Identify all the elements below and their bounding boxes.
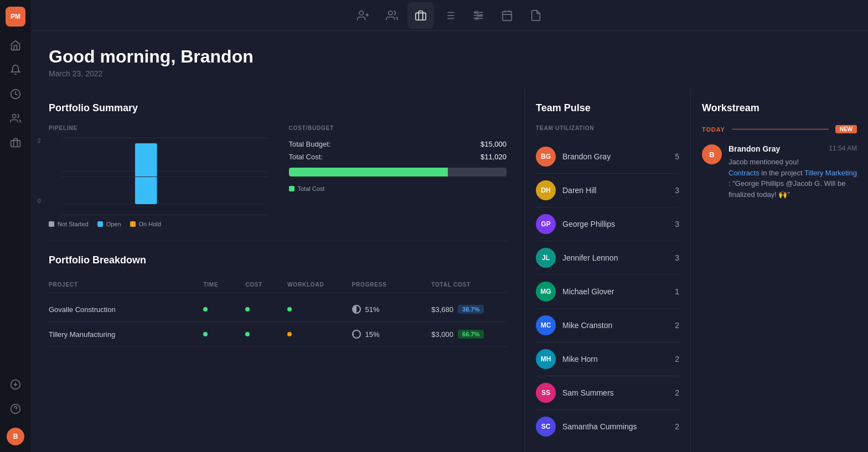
ws-header-row-1: Brandon Gray 11:54 AM <box>728 144 857 153</box>
gantt-nav-icon[interactable] <box>465 2 492 29</box>
grid-line-bot <box>62 215 267 215</box>
avatar-michael: MG <box>536 282 556 302</box>
team-member-daren: DH Daren Hill 3 <box>536 174 679 207</box>
budget-total-cost-legend: Total Cost <box>289 185 325 192</box>
svg-point-11 <box>389 11 392 14</box>
member-name-michael: Michael Glover <box>562 287 668 296</box>
table-row: Govalle Construction 51% $3,680 3 <box>49 297 507 322</box>
team-member-mike-horn: MH Mike Horn 2 <box>536 342 679 376</box>
left-panel: Portfolio Summary PIPELINE 2 0 <box>31 89 525 452</box>
member-count-samantha: 2 <box>675 422 679 431</box>
portfolio-breakdown-title: Portfolio Breakdown <box>49 254 507 266</box>
project-name-2: Tillery Manufacturing <box>49 330 199 339</box>
main-wrapper: Good morning, Brandon March 23, 2022 Por… <box>31 0 868 452</box>
avatar-brandon: BG <box>536 147 556 167</box>
total-budget-value: $15,000 <box>480 140 507 148</box>
team-member-sam: SS Sam Summers 2 <box>536 376 679 410</box>
portfolio-summary-title: Portfolio Summary <box>49 102 507 114</box>
team-add-nav-icon[interactable] <box>350 2 376 29</box>
portfolio-nav-icon[interactable] <box>407 2 434 29</box>
table-header: PROJECT TIME COST WORKLOAD PROGRESS TOTA… <box>49 277 507 293</box>
member-name-mike-horn: Mike Horn <box>562 355 668 363</box>
team-member-jennifer: JL Jennifer Lennon 3 <box>536 241 679 275</box>
section-divider-1 <box>49 241 507 241</box>
legend-open-dot <box>97 221 103 227</box>
document-nav-icon[interactable] <box>523 2 549 29</box>
team-member-michael: MG Michael Glover 1 <box>536 275 679 309</box>
legend-not-started-dot <box>49 221 54 227</box>
project-name-1: Govalle Construction <box>49 305 199 314</box>
legend-open-label: Open <box>106 221 121 227</box>
cost-value-2: $3,000 <box>431 330 453 339</box>
team-pulse-panel: Team Pulse TEAM UTILIZATION BG Brandon G… <box>525 89 691 452</box>
team-member-george: GP George Phillips 3 <box>536 207 679 241</box>
workstream-title: Workstream <box>702 102 857 114</box>
home-icon[interactable] <box>6 35 25 55</box>
ws-message-mid: in the project <box>761 169 804 177</box>
add-icon[interactable] <box>6 375 25 394</box>
workload-dot-1 <box>287 307 348 311</box>
total-budget-row: Total Budget: $15,000 <box>289 140 507 148</box>
ws-link-tillery[interactable]: Tillery Marketing <box>804 169 857 177</box>
chart-legend: Not Started Open On Hold <box>49 221 267 227</box>
ws-mention-text: Jacob mentioned you! <box>728 158 799 166</box>
svg-rect-23 <box>477 14 482 17</box>
briefcase-icon[interactable] <box>6 133 25 153</box>
team-member-samantha: SC Samantha Cummings 2 <box>536 410 679 443</box>
budget-bar-bg <box>289 168 507 176</box>
member-name-daren: Daren Hill <box>562 186 668 195</box>
total-cost-1: $3,680 38.7% <box>431 305 507 314</box>
panels-container: Portfolio Summary PIPELINE 2 0 <box>31 89 868 452</box>
member-count-george: 3 <box>675 220 679 228</box>
app-logo[interactable]: PM <box>6 7 25 27</box>
calendar-nav-icon[interactable] <box>494 2 520 29</box>
avatar-daren: DH <box>536 180 556 200</box>
time-dot-2 <box>203 332 241 336</box>
svg-rect-22 <box>474 11 478 13</box>
progress-pct-2: 15% <box>365 330 380 339</box>
people-icon[interactable] <box>6 108 25 128</box>
col-cost: COST <box>245 282 283 288</box>
workstream-panel: Workstream TODAY NEW B Brandon Gray 11:5… <box>691 89 868 452</box>
avatar-george: GP <box>536 214 556 234</box>
ws-link-contracts[interactable]: Contracts <box>728 169 760 177</box>
budget-legend: Total Cost <box>289 185 507 192</box>
avatar-mike-cranston: MC <box>536 315 556 335</box>
grid-line-top <box>62 138 267 138</box>
progress-circle-2 <box>352 330 361 339</box>
total-cost-legend-dot <box>289 186 294 191</box>
member-name-samantha: Samantha Cummings <box>562 422 668 431</box>
team-nav-icon[interactable] <box>379 2 405 29</box>
legend-on-hold-dot <box>130 221 136 227</box>
legend-on-hold: On Hold <box>130 221 161 227</box>
notifications-icon[interactable] <box>6 60 25 80</box>
ws-message-end: : "George Phillips @Jacob G. Will be fin… <box>728 179 845 199</box>
help-icon[interactable] <box>6 399 25 419</box>
member-count-brandon: 5 <box>675 152 679 161</box>
portfolio-summary-section: Portfolio Summary PIPELINE 2 0 <box>49 102 507 227</box>
member-count-michael: 1 <box>675 287 679 296</box>
time-dot-1 <box>203 307 241 311</box>
date-text: March 23, 2022 <box>49 69 850 78</box>
list-nav-icon[interactable] <box>436 2 463 29</box>
total-cost-2: $3,000 66.7% <box>431 330 507 339</box>
total-cost-row: Total Cost: $11,020 <box>289 153 507 161</box>
member-count-daren: 3 <box>675 186 679 195</box>
progress-pct-1: 51% <box>365 305 380 314</box>
badge-2: 66.7% <box>458 330 484 339</box>
top-nav <box>31 0 868 31</box>
budget-bar-fill <box>289 168 448 176</box>
member-name-jennifer: Jennifer Lennon <box>562 253 668 262</box>
user-avatar[interactable]: B <box>7 428 24 445</box>
team-utilization-label: TEAM UTILIZATION <box>536 125 679 131</box>
ws-author-name: Brandon Gray <box>728 144 780 153</box>
ws-message-1: Jacob mentioned you! Contracts in the pr… <box>728 157 857 200</box>
clock-icon[interactable] <box>6 84 25 104</box>
avatar-samantha: SC <box>536 417 556 437</box>
svg-rect-25 <box>503 11 512 20</box>
today-line <box>732 129 829 129</box>
member-name-brandon: Brandon Gray <box>562 152 668 161</box>
y-label-2: 2 <box>38 138 41 144</box>
summary-grid: PIPELINE 2 0 <box>49 125 507 227</box>
grid-line-mid <box>62 176 267 177</box>
